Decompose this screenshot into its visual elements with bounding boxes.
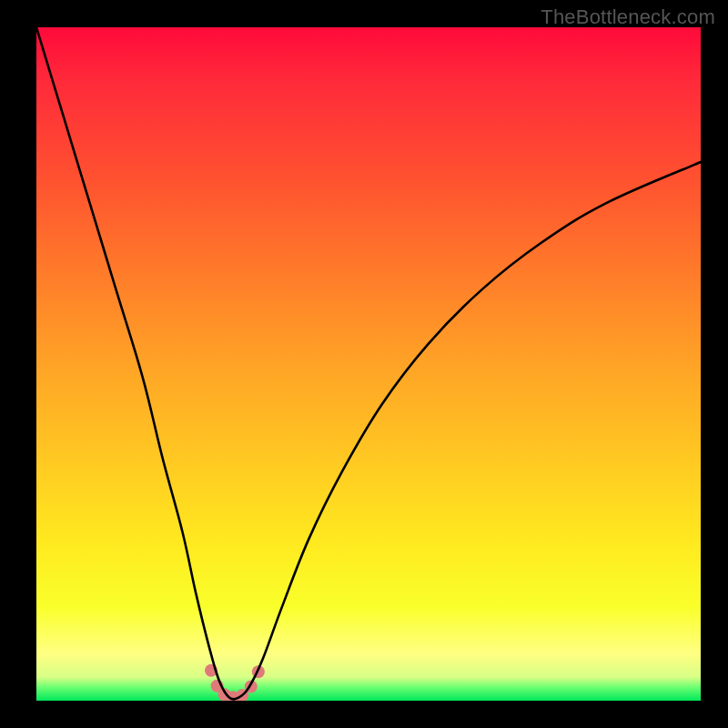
- curve-svg: [36, 27, 701, 701]
- markers-group: [205, 664, 265, 701]
- chart-frame: TheBottleneck.com: [0, 0, 728, 728]
- plot-area: [36, 27, 701, 701]
- watermark-label: TheBottleneck.com: [541, 5, 715, 29]
- bottleneck-curve: [36, 27, 701, 699]
